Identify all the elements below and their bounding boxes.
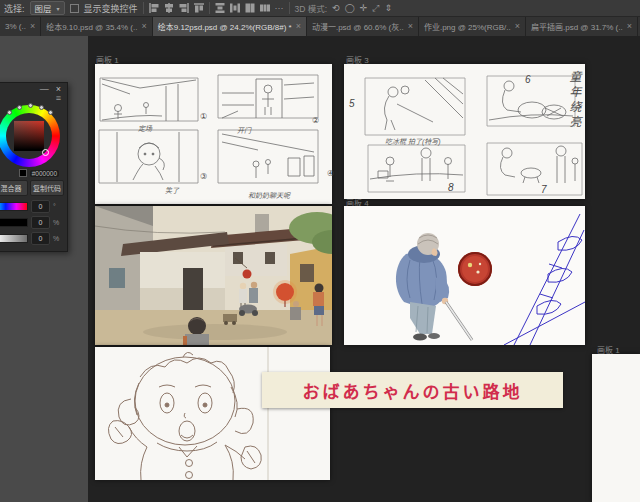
saturation-slider[interactable] <box>0 218 28 227</box>
close-icon[interactable]: × <box>627 22 632 31</box>
3d-roll-icon[interactable]: ◯ <box>345 3 355 13</box>
align-right-edges-icon[interactable] <box>179 3 189 13</box>
brightness-value[interactable]: 0 <box>31 232 50 245</box>
brightness-slider[interactable] <box>0 234 28 243</box>
3d-scale-icon[interactable]: ⇕ <box>385 3 393 13</box>
panel-menu-icon[interactable]: ≡ <box>56 94 61 103</box>
caption-5: 吃冰棍 拍了(特写) <box>385 136 441 146</box>
artboard-storyboard-2[interactable] <box>344 64 585 199</box>
close-icon[interactable]: × <box>296 22 301 31</box>
close-icon[interactable]: × <box>141 22 146 31</box>
distribute-centers-icon[interactable] <box>245 3 255 13</box>
close-icon[interactable]: × <box>30 22 35 31</box>
tab-document-3-active[interactable]: 绘本9.12psd.psd @ 24.2%(RGB/8#) * × <box>153 17 307 36</box>
caption-3: 笑了 <box>165 185 179 195</box>
copy-code-button[interactable]: 复制代码 <box>30 180 64 196</box>
artboard-girl-lineart[interactable] <box>95 347 330 480</box>
harmony-dot <box>39 105 44 110</box>
harmony-dot <box>17 105 22 110</box>
document-canvas[interactable]: 画板 1 画板 3 画板 4 画板 1 <box>88 36 640 502</box>
tab-document-1[interactable]: 3% (.. × <box>0 17 41 36</box>
tab-document-5[interactable]: 作业.png @ 25%(RGB/.. × <box>419 17 526 36</box>
chevron-down-icon: ▾ <box>57 5 60 12</box>
harmony-dot <box>7 110 12 115</box>
distribute-horizontal-icon[interactable] <box>230 3 240 13</box>
3d-mode-label: 3D 模式: <box>295 2 328 14</box>
show-transform-label: 显示变换控件 <box>84 2 138 15</box>
artboard-old-man-illustration[interactable] <box>344 206 585 345</box>
hue-marker[interactable] <box>42 149 49 156</box>
artboard-blank[interactable] <box>592 354 640 502</box>
3d-slide-icon[interactable]: ⤢ <box>372 3 379 14</box>
color-wheel[interactable] <box>0 105 60 167</box>
panel-number-6: 6 <box>525 74 531 85</box>
align-horizontal-centers-icon[interactable] <box>164 3 174 13</box>
storyboard-sketches-panels-5-8 <box>344 64 585 199</box>
panel-number-3: ③ <box>200 172 207 181</box>
divider <box>289 2 290 14</box>
align-left-edges-icon[interactable] <box>149 3 159 13</box>
panel-number-1: ① <box>200 112 207 121</box>
distribute-vertical-icon[interactable] <box>215 3 225 13</box>
caption-1: 定场 <box>138 123 152 133</box>
3d-orbit-icon[interactable]: ⟲ <box>332 3 340 13</box>
distribute-spacing-icon[interactable] <box>260 3 270 13</box>
alley-watercolor-painting <box>95 206 332 345</box>
harmony-dot <box>48 110 53 115</box>
show-transform-checkbox[interactable] <box>70 4 79 13</box>
hue-value[interactable]: 0 <box>31 200 50 213</box>
mixer-button[interactable]: 混合器 <box>0 180 28 196</box>
old-man-top-view-illustration <box>344 206 585 345</box>
3d-pan-icon[interactable]: ✛ <box>360 3 368 13</box>
caption-4: 和奶奶聊天呢 <box>248 190 290 200</box>
auto-select-label: 选择: <box>4 2 25 15</box>
align-top-edges-icon[interactable] <box>194 3 204 13</box>
title-banner: おばあちゃんの古い路地 <box>262 372 563 408</box>
minimize-icon[interactable]: — <box>40 84 49 94</box>
current-color-swatch[interactable] <box>19 169 27 177</box>
panel-number-2: ② <box>312 116 319 125</box>
side-note-vertical-text: 童年绕亮 <box>566 70 583 174</box>
divider <box>209 2 210 14</box>
panel-number-7: 7 <box>541 184 547 195</box>
saturation-value-square[interactable] <box>14 121 44 151</box>
close-icon[interactable]: × <box>515 22 520 31</box>
close-icon[interactable]: × <box>408 22 413 31</box>
saturation-value[interactable]: 0 <box>31 216 50 229</box>
left-panel-dock: — × ≡ #000000 混合器 复制代码 0 ° <box>0 36 88 502</box>
auto-select-target-dropdown[interactable]: 图层 ▾ <box>30 1 65 15</box>
banner-text: おばあちゃんの古い路地 <box>303 378 523 403</box>
tab-document-6[interactable]: 扁平插画.psd @ 31.7% (.. × <box>526 17 638 36</box>
color-wheel-panel: — × ≡ #000000 混合器 复制代码 0 ° <box>0 82 68 252</box>
more-options-icon[interactable]: ··· <box>275 3 284 13</box>
surprised-girl-line-drawing <box>95 347 330 480</box>
artboard-storyboard-1[interactable] <box>95 64 332 204</box>
divider <box>143 2 144 14</box>
panel-number-5: 5 <box>349 98 355 109</box>
caption-2: 开门 <box>237 125 251 135</box>
harmony-dot <box>28 103 33 108</box>
hex-value[interactable]: #000000 <box>30 170 59 177</box>
tool-options-bar: 选择: 图层 ▾ 显示变换控件 ··· 3D 模式: ⟲ ◯ ✛ ⤢ ⇕ <box>0 0 640 17</box>
storyboard-sketches-panels-1-4 <box>95 64 332 204</box>
artboard-alley-painting[interactable] <box>95 206 332 345</box>
tab-document-4[interactable]: 动漫一.psd @ 60.6% (灰.. × <box>307 17 419 36</box>
hue-slider[interactable] <box>0 202 28 211</box>
panel-number-8: 8 <box>448 182 454 193</box>
document-tab-bar: 3% (.. × 绘本9.10.psd @ 35.4% (.. × 绘本9.12… <box>0 17 640 36</box>
tab-document-2[interactable]: 绘本9.10.psd @ 35.4% (.. × <box>41 17 153 36</box>
panel-number-4: ④ <box>327 169 334 178</box>
